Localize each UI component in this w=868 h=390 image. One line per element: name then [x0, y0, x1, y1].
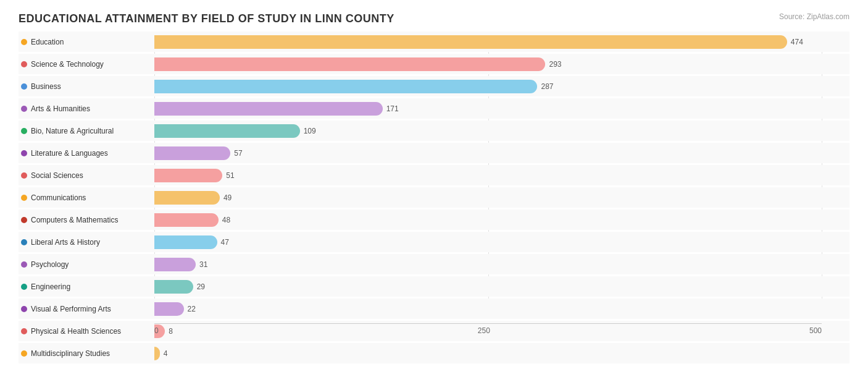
bar-dot — [21, 328, 27, 334]
bar-label: Literature & Languages — [31, 149, 108, 158]
bar-dot — [21, 106, 27, 112]
chart-title: EDUCATIONAL ATTAINMENT BY FIELD OF STUDY… — [19, 12, 849, 25]
bar-label: Arts & Humanities — [31, 104, 90, 113]
bar-row: Visual & Performing Arts22 — [19, 299, 849, 319]
bar-dot — [21, 128, 27, 134]
bar-value: 293 — [549, 60, 561, 69]
bar-row: Psychology31 — [19, 254, 849, 274]
bar-label: Visual & Performing Arts — [31, 305, 111, 313]
bar-value: 48 — [222, 216, 230, 224]
bar-row: Bio, Nature & Agricultural109 — [19, 121, 849, 141]
x-axis: 0250500 — [154, 323, 822, 335]
x-tick: 500 — [809, 326, 822, 335]
bar-label: Psychology — [31, 260, 69, 269]
bar-row: Multidisciplinary Studies4 — [19, 343, 849, 363]
bar — [154, 235, 217, 249]
bar — [154, 169, 222, 182]
bar-value: 171 — [386, 104, 399, 113]
bar — [154, 80, 537, 93]
bar-label: Communications — [31, 193, 86, 202]
bar — [154, 146, 230, 160]
bars-area: Education474Science & Technology293Busin… — [19, 32, 849, 335]
bar — [154, 124, 300, 138]
bar-dot — [21, 195, 27, 201]
bar-row: Communications49 — [19, 187, 849, 208]
bar-label: Science & Technology — [31, 60, 104, 69]
bar-value: 109 — [304, 127, 316, 135]
bar — [154, 347, 160, 360]
bar-dot — [21, 217, 27, 223]
source-label: Source: ZipAtlas.com — [779, 12, 849, 21]
bar-label: Engineering — [31, 282, 70, 291]
bar-dot — [21, 284, 27, 290]
bar — [154, 57, 545, 71]
bar-row: Education474 — [19, 32, 849, 52]
bar-dot — [21, 61, 27, 67]
bar-value: 49 — [223, 193, 232, 202]
bar-value: 4 — [164, 349, 168, 358]
bar-row: Literature & Languages57 — [19, 143, 849, 163]
bar-label: Bio, Nature & Agricultural — [31, 127, 114, 135]
bar-value: 29 — [197, 282, 205, 291]
bar-value: 57 — [234, 149, 242, 158]
bar-row: Liberal Arts & History47 — [19, 232, 849, 252]
x-tick: 250 — [478, 326, 490, 335]
x-tick: 0 — [154, 326, 159, 335]
bar-label: Computers & Mathematics — [31, 216, 118, 224]
bar-label: Multidisciplinary Studies — [31, 349, 110, 358]
bar-dot — [21, 306, 27, 312]
bar-value: 51 — [226, 171, 234, 180]
bar-label: Physical & Health Sciences — [31, 327, 121, 336]
bar-label: Liberal Arts & History — [31, 238, 100, 247]
bar-dot — [21, 172, 27, 179]
bar-dot — [21, 150, 27, 156]
bar-label: Business — [31, 82, 61, 91]
bar-value: 22 — [188, 305, 196, 313]
bar — [154, 191, 220, 205]
bar-row: Science & Technology293 — [19, 54, 849, 74]
bar-dot — [21, 239, 27, 245]
chart-container: EDUCATIONAL ATTAINMENT BY FIELD OF STUDY… — [0, 0, 868, 390]
bar-row: Engineering29 — [19, 276, 849, 297]
bar-dot — [21, 261, 27, 268]
bar-dot — [21, 83, 27, 90]
bar-row: Business287 — [19, 76, 849, 96]
bar-value: 474 — [791, 38, 803, 46]
bar — [154, 258, 196, 271]
bar — [154, 213, 219, 227]
bar-row: Social Sciences51 — [19, 165, 849, 185]
bar — [154, 35, 787, 49]
bar-dot — [21, 39, 27, 45]
bar-row: Computers & Mathematics48 — [19, 210, 849, 230]
bar-row: Arts & Humanities171 — [19, 98, 849, 119]
bar — [154, 280, 193, 294]
bar-dot — [21, 350, 27, 357]
bar — [154, 102, 383, 116]
bar-value: 31 — [199, 260, 207, 269]
bar-value: 47 — [221, 238, 229, 247]
bar-label: Social Sciences — [31, 171, 83, 180]
bar-value: 287 — [541, 82, 553, 91]
bar — [154, 302, 184, 316]
bar-label: Education — [31, 38, 64, 46]
